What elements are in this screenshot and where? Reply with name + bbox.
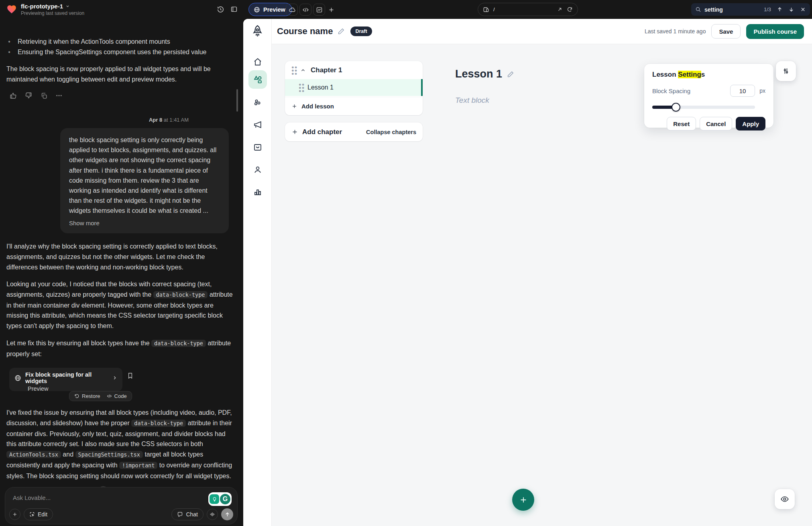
voice-input-button[interactable] xyxy=(207,509,218,520)
eye-icon xyxy=(780,495,789,504)
topbar: flc-prototype-1 Previewing last saved ve… xyxy=(0,0,812,19)
lesson-heading: Lesson 1 xyxy=(455,68,514,80)
lesson-heading-text: Lesson 1 xyxy=(455,68,502,80)
plus-icon xyxy=(291,128,298,135)
attach-plus-button[interactable] xyxy=(9,509,20,520)
rocket-logo-icon[interactable] xyxy=(250,24,265,39)
sidebar-item-community[interactable] xyxy=(248,93,267,112)
thumbs-up-icon[interactable] xyxy=(9,91,18,100)
copy-icon[interactable] xyxy=(39,91,48,100)
add-block-fab[interactable] xyxy=(512,489,534,511)
chevron-up-icon[interactable] xyxy=(300,67,306,73)
show-more-link[interactable]: Show more xyxy=(69,220,220,226)
drag-handle-icon[interactable]: ●●●●●● xyxy=(291,65,295,75)
analytics-icon[interactable] xyxy=(313,4,325,16)
globe-icon xyxy=(14,375,21,381)
sidebar-item-home[interactable] xyxy=(248,53,267,71)
close-icon[interactable] xyxy=(800,6,806,12)
more-options-icon[interactable] xyxy=(55,91,63,100)
settings-toggle-button[interactable] xyxy=(776,61,796,81)
bookmark-icon[interactable] xyxy=(127,372,134,379)
unit-label: px xyxy=(755,88,765,94)
chat-mode-button[interactable]: Chat xyxy=(171,508,204,520)
search-highlight: Setting xyxy=(678,71,701,78)
user-message-bubble: the block spacing setting is only correc… xyxy=(60,128,229,233)
sidebar-item-content-builder[interactable] xyxy=(248,70,267,89)
chevron-down-icon xyxy=(65,4,70,8)
cloud-icon[interactable] xyxy=(286,4,298,16)
bullet-item: Retrieving it when the ActionTools compo… xyxy=(18,37,170,47)
refresh-icon[interactable] xyxy=(567,6,573,12)
lesson-settings-title: Lesson Settings xyxy=(652,71,765,79)
app-sidebar xyxy=(243,19,272,526)
bullet-item: Ensuring the SpacingSettings component u… xyxy=(18,47,207,57)
block-spacing-input[interactable]: 10 xyxy=(730,85,755,97)
history-icon[interactable] xyxy=(215,4,226,14)
slider-thumb[interactable] xyxy=(672,103,680,112)
sidebar-item-announcements[interactable] xyxy=(248,115,267,134)
chat-composer[interactable]: Ask Lovable... G Edit Chat xyxy=(5,487,238,524)
code-icon xyxy=(107,393,112,399)
thumbs-down-icon[interactable] xyxy=(24,91,33,100)
block-spacing-slider[interactable] xyxy=(652,103,765,112)
draft-status-badge: Draft xyxy=(350,27,372,36)
screen: flc-prototype-1 Previewing last saved ve… xyxy=(0,0,812,526)
sidebar-item-profile[interactable] xyxy=(248,160,267,179)
block-spacing-label: Block Spacing xyxy=(652,88,690,94)
chat-panel: •Retrieving it when the ActionTools comp… xyxy=(0,19,243,526)
drag-handle-icon[interactable]: ●●●●●● xyxy=(299,83,303,92)
chat-scrollbar[interactable] xyxy=(236,89,238,112)
user-message-text: the block spacing setting is only correc… xyxy=(69,135,220,216)
collapse-chapters-link[interactable]: Collapse chapters xyxy=(366,129,416,135)
add-lesson-button[interactable]: Add lesson xyxy=(285,97,423,115)
code-icon[interactable] xyxy=(299,4,311,16)
version-card[interactable]: Fix block spacing for all widgets Previe… xyxy=(9,368,122,391)
code-button[interactable]: Code xyxy=(107,393,127,399)
assistant-paragraph: I've fixed the issue by ensuring that al… xyxy=(6,408,234,481)
chapter-header[interactable]: ●●●●●● Chapter 1 xyxy=(285,61,423,79)
sidebar-item-analytics[interactable] xyxy=(248,182,267,201)
text-block-placeholder[interactable]: Text block xyxy=(455,96,489,105)
project-name: flc-prototype-1 xyxy=(21,3,63,10)
find-in-page-bar[interactable]: setting 1/3 xyxy=(691,3,810,16)
version-card-toolbar: Restore Code xyxy=(69,391,132,401)
sidebar-item-inbox[interactable] xyxy=(248,138,267,157)
toggle-panel-icon[interactable] xyxy=(229,4,239,14)
assistant-paragraph: Let me fix this by ensuring all block ty… xyxy=(6,338,234,359)
chat-input[interactable]: Ask Lovable... xyxy=(13,494,51,501)
search-icon xyxy=(695,6,701,12)
message-timestamp: Apr 8 at 1:41 AM xyxy=(0,117,189,123)
search-next-icon[interactable] xyxy=(788,6,794,12)
edit-mode-button[interactable]: Edit xyxy=(24,508,53,520)
grammarly-widget[interactable]: G xyxy=(208,492,232,506)
edit-lesson-title-icon[interactable] xyxy=(507,71,514,78)
publish-course-button[interactable]: Publish course xyxy=(746,24,804,39)
restore-button[interactable]: Restore xyxy=(74,393,100,399)
save-button[interactable]: Save xyxy=(711,24,741,39)
edit-select-icon xyxy=(29,512,35,517)
assistant-paragraph: I'll analyze why the block spacing setti… xyxy=(6,241,234,272)
search-prev-icon[interactable] xyxy=(777,6,783,12)
add-tab-icon[interactable] xyxy=(325,4,337,16)
suggestion-bulb-icon xyxy=(210,494,219,504)
edit-course-name-icon[interactable] xyxy=(338,28,345,35)
chevron-right-icon xyxy=(112,375,118,381)
chapter-card: ●●●●●● Chapter 1 ●●●●●● Lesson 1 Add les… xyxy=(285,61,423,115)
lesson-list-item[interactable]: ●●●●●● Lesson 1 xyxy=(285,79,423,96)
reset-button[interactable]: Reset xyxy=(667,117,696,130)
apply-button[interactable]: Apply xyxy=(736,117,765,130)
restore-icon xyxy=(74,393,79,399)
project-menu[interactable]: flc-prototype-1 Previewing last saved ve… xyxy=(6,3,84,16)
globe-icon xyxy=(254,6,260,13)
cancel-button[interactable]: Cancel xyxy=(700,117,732,130)
open-external-icon[interactable] xyxy=(557,6,563,12)
chapter-title: Chapter 1 xyxy=(311,66,342,74)
plus-icon xyxy=(519,495,528,504)
preview-url-bar[interactable]: / xyxy=(478,3,578,16)
send-button[interactable] xyxy=(221,508,233,520)
add-chapter-button[interactable]: Add chapter xyxy=(302,128,342,136)
project-subtitle: Previewing last saved version xyxy=(21,10,84,16)
course-name: Course name xyxy=(277,26,333,37)
preview-toggle-button[interactable] xyxy=(775,489,795,509)
search-input[interactable]: setting xyxy=(704,6,761,13)
